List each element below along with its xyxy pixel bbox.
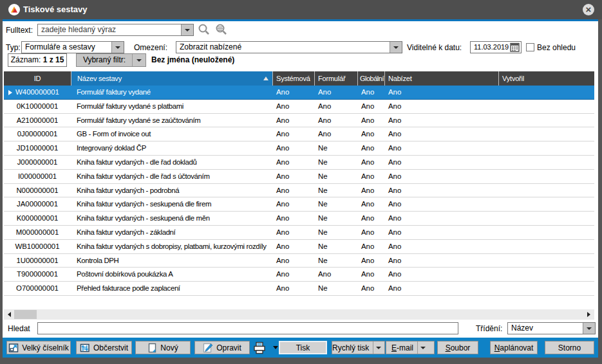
- table-row[interactable]: JD10000001Integrovaný doklad ČPAnoNeAnoA…: [4, 141, 594, 156]
- cell-creator: [498, 268, 594, 281]
- table-row[interactable]: A210000001Formulář faktury vydané se zaú…: [4, 114, 594, 128]
- table-row[interactable]: I000000001Kniha faktur vydaných - dle řa…: [4, 170, 594, 184]
- cell-global: Ano: [357, 156, 384, 169]
- vybrany-filtr-label: Vybraný filtr:: [77, 54, 132, 66]
- trideni-combobox[interactable]: Název: [507, 322, 596, 334]
- typ-value: Formuláře a sestavy: [25, 42, 95, 53]
- table-row[interactable]: W400000001Formulář faktury vydanéAnoAnoA…: [4, 86, 594, 100]
- typ-dropdown-button[interactable]: [111, 42, 124, 53]
- column-header-5[interactable]: Nabízet: [384, 71, 498, 86]
- table-row[interactable]: T900000001Poštovní dobírková poukázka AA…: [4, 268, 594, 282]
- velky-ciselnik-label: Velký číselník: [22, 343, 69, 352]
- table-row[interactable]: 1U00000001Kontrola DPHAnoNeAnoAno: [4, 254, 594, 268]
- cell-system: Ano: [272, 114, 314, 127]
- rychly-tisk-dropdown-button[interactable]: [373, 341, 384, 354]
- cell-global: Ano: [357, 184, 384, 197]
- table-row[interactable]: K000000001Kniha faktur vydaných - seskup…: [4, 212, 594, 226]
- vybrany-filtr-dropdown-button[interactable]: [132, 54, 146, 66]
- cell-name: Kniha faktur vydaných - podrobná: [71, 184, 272, 197]
- column-header-6[interactable]: Vytvořil: [498, 71, 594, 86]
- cell-creator: [498, 254, 594, 268]
- scrollbar-thumb[interactable]: [14, 310, 37, 319]
- obcerstvit-label: Občerstvit: [93, 343, 128, 352]
- horizontal-scrollbar[interactable]: [4, 309, 594, 320]
- table-row[interactable]: WB10000001Kniha faktur vydaných s dobrop…: [4, 240, 594, 254]
- cell-system: Ano: [272, 282, 314, 295]
- typ-combobox[interactable]: Formuláře a sestavy: [21, 41, 124, 53]
- email-dropdown-button[interactable]: [417, 341, 429, 354]
- window: Tiskové sestavy × Fulltext: zadejte hled…: [0, 0, 602, 364]
- cell-system: Ano: [272, 226, 314, 239]
- cell-offer: Ano: [384, 141, 498, 155]
- cell-global: Ano: [357, 86, 384, 99]
- trideni-label: Třídění:: [476, 324, 502, 333]
- cell-id: O700000001: [4, 282, 71, 295]
- cell-form: Ne: [314, 141, 357, 155]
- fulltext-search-icon[interactable]: [214, 23, 229, 36]
- cell-id: N000000001: [4, 184, 71, 197]
- bez-ohledu-label: Bez ohledu: [537, 43, 576, 52]
- cell-global: Ano: [357, 170, 384, 183]
- cell-name: Formulář faktury vydané: [71, 86, 272, 99]
- column-header-3[interactable]: Formulář: [314, 71, 357, 86]
- omezeni-dropdown-button[interactable]: [390, 42, 402, 53]
- column-header-1[interactable]: Název sestavy: [71, 71, 272, 86]
- hledat-input[interactable]: [37, 322, 458, 334]
- table-row[interactable]: 0J00000001GB - Form of invoice outAnoAno…: [4, 127, 594, 141]
- cell-name: Kniha faktur vydaných - seskupená dle mě…: [71, 212, 272, 225]
- naplanovat-button[interactable]: Naplánovat: [490, 341, 538, 354]
- trideni-dropdown-button[interactable]: [583, 323, 595, 334]
- cell-creator: [498, 156, 594, 169]
- opravit-button[interactable]: Opravit: [194, 341, 250, 354]
- cell-offer: Ano: [384, 100, 498, 113]
- cell-creator: [498, 226, 594, 239]
- window-title: Tiskové sestavy: [23, 5, 88, 14]
- tisk-button[interactable]: Tisk: [279, 341, 327, 354]
- column-header-0[interactable]: ID: [4, 71, 71, 86]
- table-row[interactable]: JA00000001Kniha faktur vydaných - seskup…: [4, 197, 594, 212]
- novy-button[interactable]: Nový: [135, 341, 191, 354]
- opravit-label: Opravit: [216, 343, 241, 352]
- scroll-left-icon[interactable]: [8, 312, 11, 317]
- obcerstvit-button[interactable]: Občerstvit: [76, 341, 132, 354]
- scroll-right-icon[interactable]: [587, 312, 590, 317]
- vybrany-filtr-button[interactable]: Vybraný filtr:: [76, 53, 146, 67]
- table-row[interactable]: O700000001Přehled fakturace podle zaplac…: [4, 282, 594, 296]
- record-counter-label: Záznam:: [11, 55, 41, 64]
- calendar-icon[interactable]: [510, 42, 520, 52]
- table-row[interactable]: N000000001Kniha faktur vydaných - podrob…: [4, 184, 594, 198]
- printer-icon: [252, 341, 267, 354]
- fulltext-dropdown-button[interactable]: [181, 24, 193, 35]
- column-header-4[interactable]: Globální: [357, 71, 384, 86]
- date-input[interactable]: 11.03.2019: [470, 41, 522, 53]
- cell-creator: [498, 127, 594, 141]
- cell-name: Kniha faktur vydaných s dobropisy, platb…: [71, 240, 272, 253]
- email-button[interactable]: E-mail: [386, 341, 435, 354]
- tisk-label: Tisk: [296, 343, 310, 352]
- cell-form: Ano: [314, 86, 357, 99]
- omezeni-combobox[interactable]: Zobrazit nabízené: [176, 41, 402, 53]
- fulltext-input[interactable]: zadejte hledaný výraz: [37, 24, 194, 36]
- cell-offer: Ano: [384, 212, 498, 225]
- soubor-button[interactable]: Soubor: [437, 341, 478, 354]
- close-icon[interactable]: ×: [583, 4, 594, 15]
- cell-name: Integrovaný doklad ČP: [71, 141, 272, 155]
- cell-form: Ne: [314, 254, 357, 268]
- dialog-content: Fulltext: zadejte hledaný výraz Typ: For…: [3, 21, 598, 358]
- cell-name: Kniha faktur vydaných - dle řad dokladů: [71, 156, 272, 169]
- cell-id: W400000001: [4, 86, 71, 99]
- bez-ohledu-checkbox[interactable]: [526, 43, 534, 51]
- column-header-2[interactable]: Systémová: [272, 71, 314, 86]
- rychly-tisk-button[interactable]: Rychlý tisk: [332, 341, 385, 354]
- table-row[interactable]: J000000001Kniha faktur vydaných - dle řa…: [4, 156, 594, 170]
- table-row[interactable]: 0K10000001Formulář faktury vydané s plat…: [4, 100, 594, 114]
- rychly-tisk-label: Rychlý tisk: [332, 343, 369, 352]
- grid-body: W400000001Formulář faktury vydanéAnoAnoA…: [4, 86, 594, 296]
- storno-button[interactable]: Storno: [545, 341, 594, 354]
- cell-name: Kniha faktur vydaných - základní: [71, 226, 272, 239]
- cell-form: Ne: [314, 282, 357, 295]
- velky-ciselnik-button[interactable]: Velký číselník: [6, 341, 71, 354]
- search-icon[interactable]: [198, 23, 211, 36]
- table-row[interactable]: M000000001Kniha faktur vydaných - základ…: [4, 226, 594, 240]
- print-icon-button[interactable]: [252, 341, 281, 354]
